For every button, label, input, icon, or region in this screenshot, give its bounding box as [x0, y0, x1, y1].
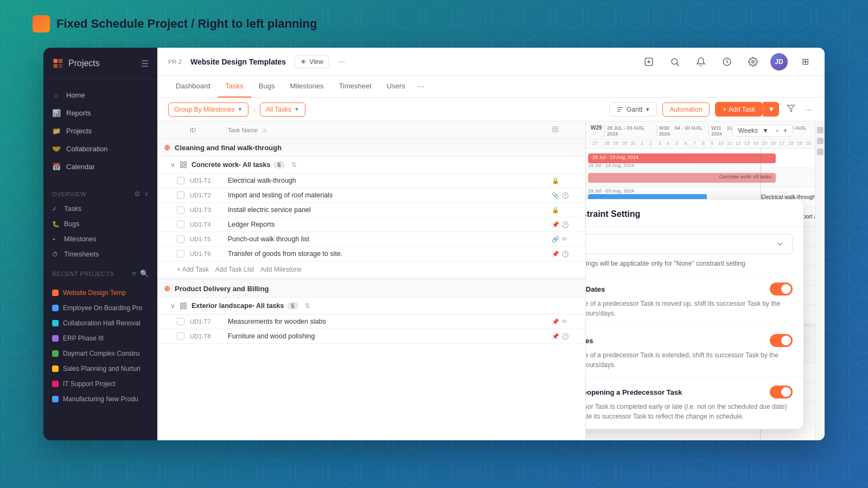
- sidebar-item-timesheets[interactable]: ⏱ Timesheets: [43, 247, 157, 262]
- day-29: 29: [611, 140, 620, 146]
- recent-project-onboarding[interactable]: Employee On Boarding Pro: [43, 300, 157, 316]
- history-icon-button[interactable]: [718, 53, 736, 70]
- moving-up-toggle[interactable]: [770, 282, 793, 296]
- minus-icon[interactable]: −: [775, 127, 779, 134]
- recent-projects-actions: ≡ 🔍: [132, 269, 149, 278]
- recent-project-it[interactable]: IT Support Project: [43, 376, 157, 391]
- sidebar-item-label: Home: [66, 91, 85, 99]
- group-toggle-icon[interactable]: ∨: [170, 161, 175, 169]
- task-checkbox[interactable]: [177, 206, 184, 214]
- task-checkbox[interactable]: [177, 235, 184, 243]
- milestone-header[interactable]: ⊕ Cleaning and final walk-through: [164, 143, 579, 152]
- task-name[interactable]: Punch-out walk through list: [228, 235, 552, 243]
- tab-timesheet[interactable]: Timesheet: [331, 76, 379, 98]
- mini-icon-3[interactable]: [817, 149, 824, 155]
- sidebar-item-reports[interactable]: 📊 Reports: [43, 104, 157, 122]
- more-options-button[interactable]: ···: [338, 57, 345, 67]
- recent-project-daymart[interactable]: Daymart Complex Constru: [43, 346, 157, 361]
- task-checkbox[interactable]: [177, 318, 184, 325]
- sidebar-item-collaboration[interactable]: 🤝 Collaboration: [43, 140, 157, 158]
- sidebar-item-calendar[interactable]: 📅 Calendar: [43, 158, 157, 176]
- sidebar-item-home[interactable]: ⌂ Home: [43, 86, 157, 104]
- view-button[interactable]: 👁 View: [295, 55, 329, 68]
- add-task-dropdown-button[interactable]: ▼: [763, 102, 779, 117]
- tab-milestones[interactable]: Milestones: [282, 76, 331, 98]
- project-title: Website Design Templates: [190, 57, 286, 66]
- table-row: UD1-T6 Transfer of goods from storage to…: [157, 247, 585, 261]
- gear-icon: [748, 57, 758, 67]
- recent-projects-list-icon[interactable]: ≡: [132, 269, 136, 278]
- sort-icon[interactable]: ⇅: [291, 161, 297, 169]
- sort-icon-2[interactable]: ⇅: [305, 302, 310, 310]
- automation-button[interactable]: Automation: [662, 102, 710, 117]
- recent-project-manufacturing[interactable]: Manufacturing New Produ: [43, 391, 157, 407]
- gantt-bar-group-1[interactable]: Concrete work- All tasks: [588, 173, 776, 183]
- gantt-bar-milestone-1[interactable]: 29 Jul - 13 Aug, 2024: [588, 153, 776, 163]
- add-icon-button[interactable]: [640, 53, 658, 70]
- day-14: 14: [751, 140, 760, 146]
- grid-icon-button[interactable]: ⊞: [796, 53, 814, 70]
- completing-toggle[interactable]: [770, 386, 793, 399]
- tab-users[interactable]: Users: [379, 76, 413, 98]
- add-task-list-link[interactable]: Add Task List: [215, 266, 254, 273]
- notification-icon-button[interactable]: [692, 53, 710, 70]
- settings-icon-button[interactable]: [744, 53, 762, 70]
- day-17: 17: [777, 140, 786, 146]
- task-checkbox[interactable]: [177, 221, 184, 228]
- weeks-selector[interactable]: Weeks ▼ − +: [732, 125, 793, 137]
- milestone-header-2[interactable]: ⊕ Product Delivery and Billing: [164, 284, 579, 293]
- task-name[interactable]: Transfer of goods from storage to site.: [228, 250, 552, 258]
- project-dot: [52, 320, 59, 326]
- task-checkbox[interactable]: [177, 332, 184, 340]
- group-by-milestones-filter[interactable]: Group By Milestones ▼: [168, 102, 248, 117]
- add-task-button[interactable]: + Add Task: [715, 102, 763, 117]
- task-name[interactable]: Electrical walk-through: [228, 177, 552, 184]
- sidebar-item-projects[interactable]: 📁 Projects: [43, 122, 157, 140]
- day-11: 11: [725, 140, 734, 146]
- recent-projects-search-icon[interactable]: 🔍: [140, 269, 149, 278]
- completing-description: When a predecessor Task is completed ear…: [586, 402, 793, 421]
- svg-rect-20: [184, 303, 186, 305]
- pin-icon: 📌: [552, 333, 559, 340]
- recent-project-sales[interactable]: Sales Planning and Nurturi: [43, 361, 157, 376]
- sidebar-item-milestones[interactable]: + Milestones: [43, 232, 157, 247]
- task-name[interactable]: Measurements for wooden slabs: [228, 318, 552, 325]
- recent-project-erp[interactable]: ERP Phase III: [43, 331, 157, 346]
- recent-project-collab[interactable]: Collaboration Hall Renovat: [43, 316, 157, 331]
- all-tasks-filter[interactable]: All Tasks ▼: [260, 102, 305, 117]
- task-checkbox[interactable]: [177, 191, 184, 199]
- more-options-icon-button[interactable]: ···: [803, 103, 814, 116]
- gantt-view-button[interactable]: Gantt ▼: [609, 102, 657, 117]
- sidebar-item-tasks[interactable]: ✓ Tasks: [43, 201, 157, 216]
- task-name[interactable]: Install electric service panel: [228, 206, 552, 214]
- recent-project-website[interactable]: Website Design Temp: [43, 285, 157, 300]
- task-name[interactable]: Ledger Reports: [228, 221, 552, 228]
- add-task-link[interactable]: + Add Task: [177, 266, 209, 273]
- group-toggle-icon-2[interactable]: ∨: [170, 302, 175, 310]
- tab-bugs[interactable]: Bugs: [251, 76, 283, 98]
- sidebar-menu-button[interactable]: ☰: [141, 59, 149, 69]
- overview-settings-icon[interactable]: ⚙: [134, 190, 141, 198]
- constraint-dropdown[interactable]: None: [586, 234, 793, 254]
- search-icon-button[interactable]: [666, 53, 684, 70]
- app-window: Projects ☰ ⌂ Home 📊 Reports 📁 Projects 🤝…: [43, 48, 825, 440]
- task-checkbox[interactable]: [177, 250, 184, 258]
- overview-chevron-icon[interactable]: ∨: [144, 190, 149, 197]
- task-name[interactable]: Import and testing of roof materials: [228, 191, 552, 199]
- tab-tasks[interactable]: Tasks: [218, 76, 251, 98]
- task-name[interactable]: Furniture and wood polishing: [228, 332, 552, 340]
- extend-toggle[interactable]: [770, 334, 793, 347]
- day-19: 19: [795, 140, 804, 146]
- user-avatar[interactable]: JD: [770, 53, 788, 70]
- plus-icon[interactable]: +: [783, 127, 787, 134]
- gantt-week-27: W29: [588, 125, 604, 137]
- filter-icon-button[interactable]: [784, 102, 797, 117]
- mini-icon-2[interactable]: [817, 138, 824, 144]
- tab-more[interactable]: ···: [413, 82, 429, 92]
- tab-dashboard[interactable]: Dashboard: [168, 76, 218, 98]
- mini-icon-1[interactable]: [817, 127, 824, 133]
- sidebar-item-bugs[interactable]: 🐛 Bugs: [43, 216, 157, 232]
- add-milestone-link[interactable]: Add Milestone: [260, 266, 302, 273]
- task-checkbox[interactable]: [177, 177, 184, 184]
- main-content: PR-2 Website Design Templates 👁 View ···: [157, 48, 825, 440]
